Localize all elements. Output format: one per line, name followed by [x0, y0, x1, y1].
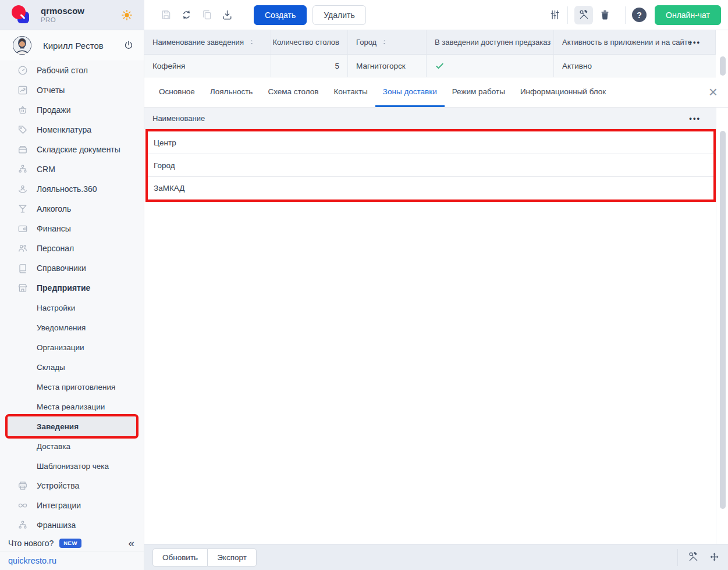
- sidebar-item-warehouses[interactable]: Склады: [8, 357, 136, 377]
- close-icon[interactable]: ×: [709, 77, 718, 107]
- tab-info-block[interactable]: Информационный блок: [513, 77, 613, 107]
- export-button[interactable]: Экспорт: [207, 548, 257, 567]
- sidebar-item-alcohol[interactable]: Алкоголь: [8, 199, 136, 219]
- org-chart-icon: [16, 518, 30, 532]
- sidebar-item-sale-places[interactable]: Места реализации: [8, 397, 136, 416]
- brand-block: qrmoscow PRO: [41, 6, 84, 23]
- sidebar-item-notifications[interactable]: Уведомления: [8, 318, 136, 337]
- refresh-icon[interactable]: [180, 9, 193, 22]
- sidebar-item-dashboard[interactable]: Рабочий стол: [8, 60, 136, 80]
- zones-more-menu-icon[interactable]: •••: [689, 108, 701, 129]
- column-header-tables-count[interactable]: Количество столов: [271, 30, 348, 54]
- sidebar-item-venues[interactable]: Заведения: [8, 416, 136, 436]
- zones-table-header: Наименование •••: [144, 108, 716, 129]
- sidebar-item-receipt-template[interactable]: Шаблонизатор чека: [8, 456, 136, 476]
- sidebar-item-crm[interactable]: CRM: [8, 159, 136, 179]
- toolbar-divider: [625, 6, 626, 24]
- sidebar-item-enterprise[interactable]: Предприятие: [8, 278, 136, 298]
- whats-new-label[interactable]: Что нового?: [8, 539, 54, 548]
- sidebar-item-directories[interactable]: Справочники: [8, 258, 136, 278]
- sidebar-item-label: Справочники: [37, 263, 86, 273]
- zone-row[interactable]: Центр: [148, 131, 713, 154]
- tab-table-scheme[interactable]: Схема столов: [260, 77, 326, 107]
- sidebar-item-label: Склады: [37, 363, 65, 372]
- column-header-preorder[interactable]: В заведении доступен предзаказ: [427, 30, 554, 54]
- site-link[interactable]: quickresto.ru: [8, 556, 56, 565]
- sidebar-item-organizations[interactable]: Организации: [8, 337, 136, 357]
- sidebar-item-label: Номенклатура: [37, 125, 91, 134]
- theme-sun-icon[interactable]: [120, 9, 133, 22]
- sidebar-item-delivery[interactable]: Доставка: [8, 436, 136, 456]
- sidebar-item-settings[interactable]: Настройки: [8, 298, 136, 318]
- tools-icon[interactable]: [574, 6, 593, 24]
- sidebar-item-label: Места приготовления: [37, 383, 115, 391]
- column-header-city[interactable]: Город: [348, 30, 427, 54]
- panel-scrollbar-thumb[interactable]: [720, 131, 726, 509]
- tag-icon: [16, 123, 30, 137]
- venue-preorder-cell[interactable]: [427, 55, 554, 77]
- copy-icon[interactable]: [200, 9, 213, 22]
- venue-activity-cell[interactable]: Активно: [554, 55, 716, 77]
- sidebar-item-label: Места реализации: [37, 402, 105, 411]
- move-icon[interactable]: [708, 551, 721, 564]
- sidebar-item-integrations[interactable]: Интеграции: [8, 496, 136, 515]
- martini-icon: [16, 202, 30, 216]
- tab-working-hours[interactable]: Режим работы: [445, 77, 513, 107]
- sidebar-item-label: Устройства: [37, 481, 79, 490]
- refresh-button[interactable]: Обновить: [152, 548, 208, 567]
- zone-row[interactable]: ЗаМКАД: [148, 177, 713, 200]
- table-scrollbar-thumb[interactable]: [720, 56, 726, 76]
- online-chat-button[interactable]: Онлайн-чат: [655, 5, 721, 25]
- tab-contacts[interactable]: Контакты: [326, 77, 375, 107]
- filter-sliders-icon[interactable]: [548, 9, 561, 22]
- box-icon: [16, 142, 30, 156]
- venue-city-cell[interactable]: Магнитогорск: [348, 55, 427, 77]
- app-window: qrmoscow PRO Кирилл Рестов Рабочий столО…: [0, 0, 728, 570]
- tools-icon[interactable]: [687, 551, 700, 564]
- sidebar-item-sales[interactable]: Продажи: [8, 100, 136, 120]
- sidebar-item-label: CRM: [37, 165, 55, 174]
- sidebar-item-label: Организации: [37, 343, 84, 352]
- zone-row[interactable]: Город: [148, 154, 713, 177]
- venue-name-cell[interactable]: Кофейня: [144, 55, 271, 77]
- sidebar-item-devices[interactable]: Устройства: [8, 476, 136, 496]
- sidebar-item-label: Продажи: [37, 105, 70, 115]
- user-name: Кирилл Рестов: [43, 41, 104, 51]
- delete-button[interactable]: Удалить: [312, 5, 365, 25]
- sidebar-item-loyalty360[interactable]: Лояльность.360: [8, 179, 136, 199]
- main-area: Создать Удалить ? Онлайн-чат Наименовани…: [144, 0, 728, 570]
- sidebar-item-warehouse-docs[interactable]: Складские документы: [8, 140, 136, 159]
- sidebar-item-label: Лояльность.360: [37, 184, 97, 194]
- whats-new-row: Что нового? NEW «: [0, 535, 144, 551]
- people-icon: [16, 241, 30, 255]
- sidebar-item-reports[interactable]: Отчеты: [8, 80, 136, 100]
- sort-arrows-icon[interactable]: [248, 38, 255, 46]
- logout-power-icon[interactable]: [123, 40, 134, 51]
- tab-general[interactable]: Основное: [151, 77, 203, 107]
- collapse-sidebar-icon[interactable]: «: [128, 537, 134, 548]
- save-icon[interactable]: [159, 9, 172, 22]
- sidebar-item-finance[interactable]: Финансы: [8, 219, 136, 238]
- download-icon[interactable]: [221, 9, 233, 22]
- venue-tables-cell[interactable]: 5: [271, 55, 348, 77]
- venue-table-row[interactable]: Кофейня 5 Магнитогорск Активно: [144, 55, 716, 77]
- create-button[interactable]: Создать: [254, 5, 307, 25]
- sidebar-item-franchise[interactable]: Франшиза: [8, 515, 136, 535]
- sidebar-item-label: Финансы: [37, 224, 71, 233]
- brand-tier: PRO: [41, 16, 84, 24]
- sidebar-item-prep-places[interactable]: Места приготовления: [8, 377, 136, 397]
- trash-icon[interactable]: [598, 9, 611, 22]
- tab-loyalty[interactable]: Лояльность: [203, 77, 261, 107]
- sidebar-item-label: Настройки: [37, 304, 75, 312]
- sidebar-item-label: Отчеты: [37, 86, 65, 95]
- columns-more-menu-icon[interactable]: •••: [689, 30, 701, 54]
- book-icon: [16, 261, 30, 275]
- basket-icon: [16, 103, 30, 117]
- help-icon[interactable]: ?: [632, 8, 647, 22]
- sidebar-item-nomenclature[interactable]: Номенклатура: [8, 120, 136, 140]
- user-row[interactable]: Кирилл Рестов: [0, 30, 144, 60]
- sidebar-item-staff[interactable]: Персонал: [8, 238, 136, 258]
- tab-delivery-zones[interactable]: Зоны доставки: [375, 77, 445, 107]
- column-header-venue-name[interactable]: Наименование заведения: [144, 30, 271, 54]
- sort-arrows-icon[interactable]: [381, 38, 388, 46]
